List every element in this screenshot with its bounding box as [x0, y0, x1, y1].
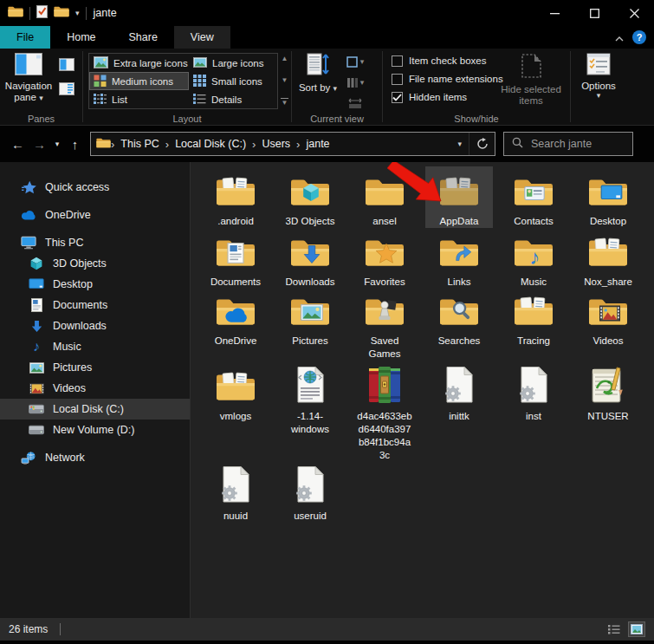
hide-selected-items-button[interactable]: Hide selected items — [497, 53, 565, 107]
breadcrumb-segment[interactable]: This PC — [114, 138, 165, 150]
more-layouts-icon[interactable]: ▼ — [281, 98, 288, 107]
details-pane-button[interactable] — [57, 80, 76, 97]
sidebar-item-quick-access[interactable]: Quick access — [0, 177, 190, 198]
new-folder-icon[interactable] — [54, 5, 69, 22]
properties-icon[interactable] — [36, 5, 48, 22]
sidebar-item-this-pc[interactable]: This PC — [0, 232, 190, 253]
recent-locations-icon[interactable]: ▾ — [50, 133, 64, 155]
tab-home[interactable]: Home — [50, 26, 112, 49]
file-gear-icon — [444, 364, 475, 407]
sidebar-item-label: Videos — [53, 382, 86, 394]
file-item-inst[interactable]: inst — [496, 364, 571, 464]
sidebar-item-pictures[interactable]: Pictures — [0, 357, 190, 378]
file-item-useruid[interactable]: useruid — [273, 464, 347, 524]
layout-option-extra-large-icons[interactable]: Extra large icons — [89, 54, 189, 72]
tab-share[interactable]: Share — [113, 26, 174, 49]
navigation-pane-button[interactable]: Navigation pane ▾ — [4, 53, 53, 103]
file-item-label: Contacts — [506, 215, 561, 228]
forward-button[interactable]: → — [29, 133, 50, 155]
file-item-3d-objects[interactable]: 3D Objects — [273, 169, 347, 230]
details-view-toggle-icon[interactable] — [605, 621, 623, 637]
add-columns-button[interactable]: ▾ — [342, 75, 368, 91]
sidebar-item-desktop[interactable]: Desktop — [0, 274, 190, 295]
file-item-tracing[interactable]: Tracing — [496, 289, 571, 364]
ribbon-view-panel: Navigation pane ▾ Panes Extra large icon… — [0, 49, 654, 126]
layout-option-small-icons[interactable]: Small icons — [189, 72, 277, 90]
file-item-downloads[interactable]: Downloads — [273, 230, 347, 289]
file-item-ntuser[interactable]: NTUSER — [571, 364, 645, 464]
sidebar-item-new-volume-d[interactable]: New Volume (D:) — [0, 420, 190, 440]
sidebar-item-music[interactable]: ♪Music — [0, 336, 190, 357]
group-label-show-hide: Show/hide — [383, 114, 570, 124]
sidebar-item-local-disk-c[interactable]: Local Disk (C:) — [0, 399, 190, 420]
customize-toolbar-dropdown-icon[interactable]: ▾ — [75, 10, 80, 17]
layout-scroll: ▲ ▼ ▼ — [278, 53, 288, 109]
minimize-button[interactable] — [534, 0, 574, 26]
thumbnail-view-toggle-icon[interactable] — [628, 621, 645, 637]
file-item-android[interactable]: .android — [198, 169, 273, 230]
up-button[interactable]: ↑ — [64, 133, 86, 155]
sidebar-item-documents[interactable]: Documents — [0, 295, 190, 315]
file-item-videos[interactable]: Videos — [571, 289, 645, 364]
close-button[interactable] — [614, 0, 654, 26]
file-item-contacts[interactable]: Contacts — [496, 169, 571, 230]
scroll-up-icon[interactable]: ▲ — [281, 55, 288, 62]
collapse-ribbon-icon[interactable] — [615, 29, 624, 45]
scroll-down-icon[interactable]: ▼ — [281, 77, 288, 84]
file-gear-icon — [220, 464, 251, 507]
sidebar-item-onedrive[interactable]: OneDrive — [0, 205, 190, 225]
options-button[interactable]: Options ▾ — [576, 53, 621, 100]
sort-by-button[interactable]: Sort by ▾ — [298, 53, 338, 94]
group-by-button[interactable]: ▾ — [342, 54, 368, 70]
file-item-label: NTUSER — [580, 410, 636, 423]
file-item-documents[interactable]: Documents — [198, 230, 273, 289]
checkbox-item-check-boxes[interactable]: Item check boxes — [392, 55, 503, 67]
file-item-label: Videos — [580, 335, 636, 348]
file-item-links[interactable]: Links — [422, 230, 496, 289]
file-item-vmlogs[interactable]: vmlogs — [198, 364, 273, 464]
checkbox-file-name-extensions[interactable]: File name extensions — [392, 73, 503, 85]
layout-option-list[interactable]: List — [89, 90, 189, 108]
file-item-nox-share[interactable]: Nox_share — [571, 230, 645, 289]
file-item-onedrive[interactable]: OneDrive — [198, 289, 273, 364]
breadcrumb-segment[interactable]: Local Disk (C:) — [169, 138, 252, 150]
file-item-pictures[interactable]: Pictures — [273, 289, 347, 364]
sidebar-item-videos[interactable]: Videos — [0, 378, 190, 399]
folder-cloud-icon — [216, 289, 256, 332]
tab-view[interactable]: View — [174, 26, 230, 49]
file-item-inittk[interactable]: inittk — [422, 364, 496, 464]
layout-option-large-icons[interactable]: Large icons — [189, 54, 277, 72]
size-columns-button[interactable] — [342, 95, 368, 112]
breadcrumb-segment[interactable]: jante — [300, 138, 335, 150]
refresh-icon[interactable] — [469, 133, 495, 155]
sidebar-item-network[interactable]: Network — [0, 447, 190, 468]
file-item-searches[interactable]: Searches — [422, 289, 496, 364]
sidebar-item-downloads[interactable]: Downloads — [0, 315, 190, 336]
layout-option-details[interactable]: Details — [189, 90, 277, 108]
folder-picture-icon — [290, 289, 330, 332]
file-item-label: AppData — [431, 215, 487, 228]
breadcrumb[interactable]: ›This PC›Local Disk (C:)›Users›jante ▾ — [90, 132, 495, 156]
picture-icon — [29, 362, 44, 374]
tab-file[interactable]: File — [0, 26, 50, 49]
maximize-button[interactable] — [574, 0, 614, 26]
checkbox-hidden-items[interactable]: Hidden items — [392, 91, 503, 103]
file-item-music[interactable]: ♪Music — [496, 230, 571, 289]
file-item-label: .android — [208, 215, 263, 228]
file-item-1-14-windows[interactable]: -1.14-windows — [273, 364, 347, 464]
layout-option-medium-icons[interactable]: Medium icons — [89, 72, 189, 90]
address-dropdown-icon[interactable]: ▾ — [450, 140, 469, 148]
back-button[interactable]: ← — [7, 133, 29, 155]
file-item-desktop[interactable]: Desktop — [571, 169, 645, 230]
file-item-favorites[interactable]: Favorites — [347, 230, 422, 289]
breadcrumb-segment[interactable]: Users — [256, 138, 296, 150]
preview-pane-button[interactable] — [57, 55, 76, 73]
file-item-label: -1.14-windows — [282, 410, 338, 436]
sidebar-item-3d-objects[interactable]: 3D Objects — [0, 253, 190, 274]
file-item-d4ac4633ebd6440fa397b84f1bc94a3c[interactable]: d4ac4633ebd6440fa397b84f1bc94a3c — [347, 364, 422, 464]
file-item-saved-games[interactable]: Saved Games — [347, 289, 422, 364]
search-input[interactable]: Search jante — [503, 132, 633, 156]
file-item-nuuid[interactable]: nuuid — [198, 464, 273, 524]
folder-papers-icon — [216, 364, 256, 407]
help-icon[interactable]: ? — [632, 30, 646, 44]
